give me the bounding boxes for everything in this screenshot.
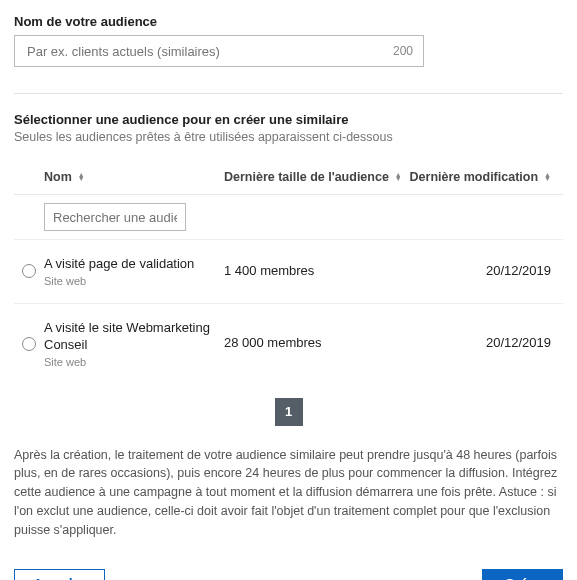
search-input[interactable] xyxy=(44,203,186,231)
page-1-button[interactable]: 1 xyxy=(275,398,303,426)
table-header: Nom ▲▼ Dernière taille de l'audience ▲▼ … xyxy=(14,160,563,195)
radio-button[interactable] xyxy=(22,264,36,278)
audience-row-name: A visité page de validation xyxy=(44,256,194,273)
radio-button[interactable] xyxy=(22,337,36,351)
audience-name-input[interactable] xyxy=(25,43,393,60)
search-row xyxy=(14,195,563,239)
audience-row-size: 28 000 membres xyxy=(224,335,404,352)
audience-row-date: 20/12/2019 xyxy=(404,335,551,352)
char-count: 200 xyxy=(393,44,413,58)
header-date[interactable]: Dernière modification ▲▼ xyxy=(404,170,551,184)
create-button[interactable]: Créer xyxy=(482,569,563,580)
header-name[interactable]: Nom ▲▼ xyxy=(44,170,224,184)
header-size[interactable]: Dernière taille de l'audience ▲▼ xyxy=(224,170,404,184)
select-audience-title: Sélectionner une audience pour en créer … xyxy=(14,112,563,127)
sort-icon: ▲▼ xyxy=(78,173,85,181)
audience-row-type: Site web xyxy=(44,275,194,287)
sort-icon: ▲▼ xyxy=(544,173,551,181)
header-size-text: Dernière taille de l'audience xyxy=(224,170,389,184)
audience-row-type: Site web xyxy=(44,356,224,368)
pagination: 1 xyxy=(14,398,563,426)
header-date-text: Dernière modification xyxy=(410,170,539,184)
divider xyxy=(14,93,563,94)
header-name-text: Nom xyxy=(44,170,72,184)
audience-row-name: A visité le site Webmarketing Conseil xyxy=(44,320,224,354)
audience-name-input-wrap[interactable]: 200 xyxy=(14,35,424,67)
audience-row-date: 20/12/2019 xyxy=(404,263,551,280)
cancel-button[interactable]: Annuler xyxy=(14,569,105,580)
sort-icon: ▲▼ xyxy=(395,173,402,181)
table-row[interactable]: A visité page de validation Site web 1 4… xyxy=(14,239,563,303)
footer: Annuler Créer xyxy=(14,569,563,580)
audience-row-size: 1 400 membres xyxy=(224,263,404,280)
audience-name-label: Nom de votre audience xyxy=(14,14,563,29)
table-row[interactable]: A visité le site Webmarketing Conseil Si… xyxy=(14,303,563,384)
select-audience-subtitle: Seules les audiences prêtes à être utili… xyxy=(14,130,563,144)
info-text: Après la création, le traitement de votr… xyxy=(14,446,563,540)
